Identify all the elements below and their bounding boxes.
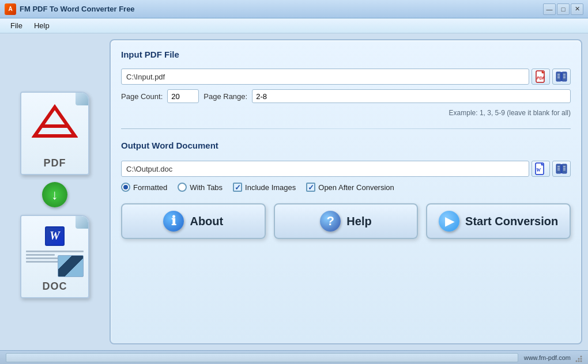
formatted-label: Formatted: [133, 183, 167, 192]
doc-label: DOC: [43, 280, 67, 293]
doc-icon-container: W DOC: [14, 210, 95, 302]
buttons-row: ℹ About ? Help ▶ Start Conversion: [121, 203, 571, 239]
output-section-header: Output Word Document: [121, 141, 571, 150]
help-button[interactable]: ? Help: [274, 203, 419, 239]
include-images-check: ✓: [235, 183, 241, 192]
status-bar: www.fm-pdf.com: [0, 350, 588, 364]
input-pdf-icon-btn[interactable]: PDF: [532, 69, 550, 85]
minimize-button[interactable]: —: [543, 3, 556, 15]
about-label: About: [190, 215, 223, 228]
svg-rect-17: [556, 164, 561, 173]
title-controls: — □ ✕: [543, 3, 583, 15]
open-after-label: Open After Conversion: [318, 183, 394, 192]
page-info-row: Page Count: Page Range:: [121, 89, 571, 103]
start-icon: ▶: [439, 211, 459, 232]
about-icon: ℹ: [163, 211, 184, 232]
doc-image-block: [58, 255, 84, 277]
input-section: Input PDF File PDF: [121, 50, 571, 117]
app-icon: A: [5, 3, 16, 15]
input-file-path-row: PDF: [121, 69, 571, 85]
help-label: Help: [346, 215, 371, 228]
output-file-path[interactable]: [121, 161, 529, 177]
output-open-btn[interactable]: [552, 161, 571, 177]
pdf-label: PDF: [44, 157, 66, 169]
pdf-file-icon: PDF: [20, 92, 89, 175]
open-after-check: ✓: [308, 183, 314, 192]
window-title: FM PDF To Word Converter Free: [20, 5, 135, 13]
right-panel: Input PDF File PDF: [110, 39, 582, 344]
website-label: www.fm-pdf.com: [524, 354, 571, 361]
open-after-checkbox[interactable]: ✓: [306, 183, 315, 192]
svg-rect-6: [562, 72, 567, 81]
include-images-option[interactable]: ✓ Include Images: [233, 183, 296, 192]
input-file-path[interactable]: [121, 69, 529, 85]
left-panel: PDF ↓ W DOC: [6, 39, 104, 344]
formatted-radio[interactable]: [121, 183, 130, 192]
convert-arrow-icon: ↓: [42, 182, 67, 207]
menu-bar: File Help: [0, 18, 588, 33]
output-word-icon-btn[interactable]: W: [532, 161, 550, 177]
doc-file-icon: W DOC: [20, 215, 89, 298]
svg-point-27: [578, 360, 580, 362]
include-images-checkbox[interactable]: ✓: [233, 183, 242, 192]
output-file-path-row: W: [121, 161, 571, 177]
svg-point-31: [581, 355, 582, 357]
formatted-option[interactable]: Formatted: [121, 183, 167, 192]
svg-point-26: [581, 360, 582, 362]
status-progress: [6, 353, 518, 362]
page-range-label: Page Range:: [203, 92, 247, 101]
with-tabs-label: With Tabs: [190, 183, 223, 192]
example-text: Example: 1, 3, 5-9 (leave it blank for a…: [121, 109, 571, 117]
start-conversion-button[interactable]: ▶ Start Conversion: [426, 203, 571, 239]
input-section-header: Input PDF File: [121, 50, 571, 59]
include-images-label: Include Images: [245, 183, 296, 192]
pdf-logo-text: [32, 104, 78, 142]
with-tabs-radio[interactable]: [178, 183, 187, 192]
svg-rect-18: [562, 164, 567, 173]
svg-point-29: [576, 360, 578, 362]
about-button[interactable]: ℹ About: [121, 203, 266, 239]
output-section: Output Word Document W: [121, 141, 571, 192]
page-range-input[interactable]: [252, 89, 571, 103]
start-label: Start Conversion: [465, 215, 558, 228]
input-open-btn[interactable]: [552, 69, 571, 85]
page-count-label: Page Count:: [121, 92, 163, 101]
svg-rect-5: [556, 72, 561, 81]
pdf-icon-container: PDF: [14, 87, 95, 179]
svg-marker-0: [35, 107, 75, 136]
maximize-button[interactable]: □: [557, 3, 570, 15]
main-area: PDF ↓ W DOC: [0, 33, 588, 350]
word-badge: W: [45, 226, 65, 246]
svg-point-30: [578, 358, 580, 359]
open-after-option[interactable]: ✓ Open After Conversion: [306, 183, 394, 192]
help-icon: ?: [320, 211, 341, 232]
with-tabs-option[interactable]: With Tabs: [178, 183, 223, 192]
title-bar-left: A FM PDF To Word Converter Free: [5, 3, 135, 15]
svg-text:PDF: PDF: [537, 76, 545, 80]
options-row: Formatted With Tabs ✓ Include Images: [121, 183, 571, 192]
svg-text:W: W: [536, 167, 541, 173]
svg-point-28: [581, 358, 582, 359]
page-count-input[interactable]: [167, 89, 199, 103]
menu-file[interactable]: File: [5, 20, 28, 32]
resize-grip: [573, 353, 582, 362]
menu-help[interactable]: Help: [28, 20, 55, 32]
close-button[interactable]: ✕: [571, 3, 583, 15]
title-bar: A FM PDF To Word Converter Free — □ ✕: [0, 0, 588, 18]
separator: [121, 128, 571, 129]
